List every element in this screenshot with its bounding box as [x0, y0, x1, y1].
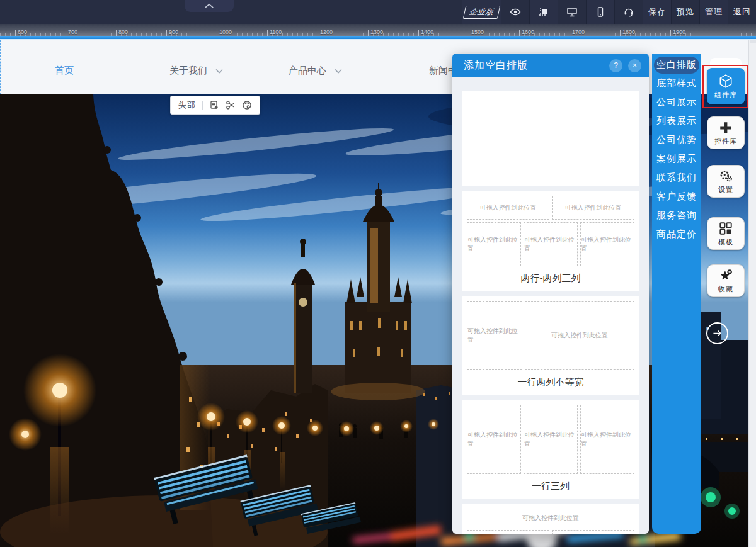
eye-button[interactable]	[501, 0, 529, 24]
category-item-3[interactable]: 列表展示	[652, 111, 701, 130]
side-button-组件库[interactable]: 组件库	[707, 68, 745, 104]
ruler-label: 800	[118, 29, 128, 35]
drop-zone-cell[interactable]: 可拖入控件到此位置	[467, 405, 521, 474]
drop-zone-cell[interactable]: 可拖入控件到此位置	[552, 530, 634, 534]
drop-zone-cell[interactable]: 可拖入控件到此位置	[467, 222, 521, 266]
ruler-label: 1700	[572, 29, 585, 35]
panel-body: 可拖入控件到此位置可拖入控件到此位置可拖入控件到此位置可拖入控件到此位置可拖入控…	[452, 77, 649, 534]
toolbar-button-1[interactable]: 预览	[671, 0, 699, 24]
arrow-right-icon	[711, 327, 723, 339]
scissors-icon[interactable]	[226, 100, 236, 110]
category-sidebar: 空白排版底部样式公司展示列表展示公司优势案例展示联系我们客户反馈服务咨询商品定价	[652, 54, 701, 534]
desktop-button[interactable]	[558, 0, 586, 24]
category-item-4[interactable]: 公司优势	[652, 130, 701, 149]
drop-zone-cell[interactable]: 可拖入控件到此位置	[467, 530, 549, 534]
snap-button[interactable]	[529, 0, 558, 24]
plus-icon	[718, 120, 733, 135]
mobile-button[interactable]	[586, 0, 614, 24]
divider	[202, 101, 203, 110]
ruler-label: 1300	[370, 29, 383, 35]
toolbar-button-3[interactable]: 返回	[728, 0, 756, 24]
drop-zone-cell[interactable]: 可拖入控件到此位置	[525, 301, 634, 370]
layout-template-card-1[interactable]: 可拖入控件到此位置可拖入控件到此位置可拖入控件到此位置可拖入控件到此位置可拖入控…	[462, 191, 639, 291]
template-name: 一行三列	[467, 477, 634, 493]
header-block-toolbar: 头部	[170, 96, 260, 115]
grid-icon	[718, 221, 733, 236]
layout-template-card-4[interactable]: 可拖入控件到此位置可拖入控件到此位置可拖入控件到此位置	[462, 504, 639, 534]
chevron-down-icon	[215, 69, 223, 74]
category-item-6[interactable]: 联系我们	[652, 168, 701, 187]
support-button[interactable]	[614, 0, 643, 24]
nav-item-label: 产品中心	[289, 65, 326, 77]
drop-zone-cell[interactable]: 可拖入控件到此位置	[524, 222, 578, 266]
palette-icon[interactable]	[242, 100, 252, 110]
drop-zone-cell[interactable]: 可拖入控件到此位置	[467, 301, 522, 370]
drop-zone-cell[interactable]: 可拖入控件到此位置	[467, 509, 634, 527]
layout-template-card-0[interactable]	[462, 91, 639, 186]
collapse-sidebar-button[interactable]	[706, 322, 728, 344]
ruler-label: 1100	[270, 29, 282, 35]
category-item-0[interactable]: 空白排版	[654, 57, 699, 74]
snap-icon	[538, 6, 549, 18]
template-row: 可拖入控件到此位置可拖入控件到此位置	[467, 196, 634, 220]
side-button-模板[interactable]: 模板	[707, 217, 745, 250]
drop-zone-hint: 可拖入控件到此位置	[524, 431, 577, 448]
side-button-label: 设置	[718, 185, 733, 195]
category-item-9[interactable]: 商品定价	[652, 225, 701, 244]
side-button-控件库[interactable]: 控件库	[707, 116, 745, 149]
edition-badge: 企业版	[462, 0, 501, 24]
close-button[interactable]: ×	[628, 59, 641, 72]
canvas-top-guide	[0, 36, 756, 40]
cube-icon	[718, 74, 733, 89]
support-icon	[623, 6, 634, 18]
eye-icon	[510, 6, 521, 18]
panel-header: 添加空白排版 ? ×	[452, 54, 649, 77]
ruler-label: 600	[18, 29, 27, 35]
layout-template-card-3[interactable]: 可拖入控件到此位置可拖入控件到此位置可拖入控件到此位置一行三列	[462, 400, 639, 499]
chevron-up-icon	[204, 3, 214, 9]
drop-zone-hint: 可拖入控件到此位置	[467, 327, 522, 344]
desktop-icon	[566, 6, 578, 18]
gear-icon	[718, 169, 733, 184]
toolbar-button-0[interactable]: 保存	[643, 0, 671, 24]
side-button-收藏[interactable]: 收藏	[707, 264, 745, 297]
side-button-label: 控件库	[714, 137, 737, 146]
drop-zone-hint: 可拖入控件到此位置	[524, 235, 577, 253]
nav-item-0[interactable]: 首页	[55, 65, 74, 77]
nav-item-label: 关于我们	[169, 65, 207, 77]
star-icon	[718, 268, 733, 283]
category-item-5[interactable]: 案例展示	[652, 149, 701, 168]
category-item-2[interactable]: 公司展示	[652, 93, 701, 111]
nav-item-1[interactable]: 关于我们	[169, 65, 223, 77]
nav-item-label: 首页	[55, 65, 74, 77]
panel-title: 添加空白排版	[464, 59, 604, 72]
category-item-7[interactable]: 客户反馈	[652, 187, 701, 206]
nav-item-2[interactable]: 产品中心	[289, 65, 342, 77]
layout-template-card-2[interactable]: 可拖入控件到此位置可拖入控件到此位置一行两列不等宽	[462, 296, 639, 395]
drop-zone-cell[interactable]: 可拖入控件到此位置	[467, 196, 549, 220]
ruler-label: 1900	[673, 29, 685, 35]
drop-zone-cell[interactable]: 可拖入控件到此位置	[580, 222, 634, 266]
header-block-label: 头部	[178, 99, 196, 111]
side-button-设置[interactable]: 设置	[707, 165, 745, 198]
side-button-label: 组件库	[714, 90, 737, 99]
drop-zone-hint: 可拖入控件到此位置	[581, 235, 634, 253]
drop-zone-cell[interactable]: 可拖入控件到此位置	[552, 196, 634, 220]
side-button-label: 收藏	[718, 285, 733, 294]
mobile-icon	[595, 6, 606, 18]
page-scrollbar[interactable]	[748, 36, 756, 547]
ruler-label: 1000	[219, 29, 232, 35]
drop-zone-hint: 可拖入控件到此位置	[467, 431, 520, 448]
collapse-toolbar-tab[interactable]	[185, 0, 234, 12]
category-item-8[interactable]: 服务咨询	[652, 206, 701, 225]
category-item-1[interactable]: 底部样式	[652, 74, 701, 93]
editor-screen: 首页关于我们产品中心新闻中 头部 添加空白排版 ? × 可拖入控件到此位置可拖入…	[0, 0, 756, 547]
ruler-label: 900	[169, 29, 178, 35]
drop-zone-cell[interactable]: 可拖入控件到此位置	[524, 405, 578, 474]
page-settings-icon[interactable]	[209, 100, 219, 110]
help-button[interactable]: ?	[609, 59, 622, 72]
toolbar-button-2[interactable]: 管理	[699, 0, 728, 24]
template-row: 可拖入控件到此位置	[467, 509, 634, 527]
drop-zone-hint: 可拖入控件到此位置	[551, 331, 608, 340]
drop-zone-cell[interactable]: 可拖入控件到此位置	[580, 405, 634, 474]
